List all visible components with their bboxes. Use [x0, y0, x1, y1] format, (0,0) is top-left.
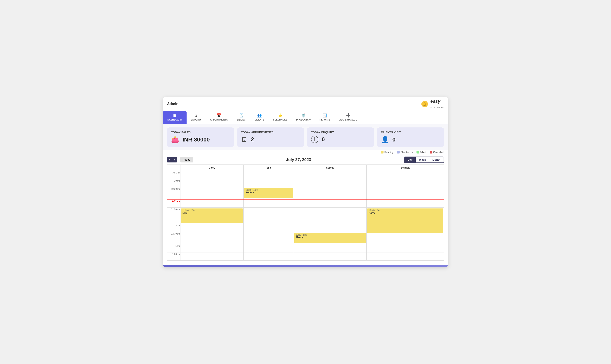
today-enquiry-content: i 0 — [311, 136, 370, 143]
column-header-ella: Ella — [243, 165, 294, 171]
cell-11-30am-sophia — [294, 208, 367, 224]
appointment-sophia-ella[interactable]: 10:30 - 11:30 Sophia — [244, 188, 293, 198]
cell-12pm-ella — [243, 224, 294, 232]
today-sales-content: 👛 INR 30000 — [171, 136, 230, 143]
today-sales-title: TODAY SALES — [171, 131, 230, 134]
cell-1-30pm-garry — [180, 252, 244, 260]
stats-row: TODAY SALES 👛 INR 30000 TODAY APPOINTMEN… — [163, 124, 448, 150]
cell-12-30pm-ella — [243, 232, 294, 244]
cell-10am-scarlett — [366, 179, 444, 187]
pending-label: Pending — [385, 151, 394, 154]
checked-in-dot — [397, 151, 399, 154]
cell-12pm-sophia — [294, 224, 367, 232]
today-appointments-title: TODAY APPOINTMENTS — [241, 131, 300, 134]
clients-visit-content: 👤 0 — [381, 136, 440, 143]
cell-1-30pm-ella — [243, 252, 294, 260]
view-day-button[interactable]: Day — [404, 157, 416, 162]
time-all-day: All-Day — [167, 171, 180, 179]
nav-item-dashboard[interactable]: ⊞ DASHBOARD — [163, 111, 186, 124]
pending-dot — [381, 151, 384, 154]
row-11am: ▶11am — [167, 199, 444, 208]
nav-item-billing[interactable]: 🧾 BILLING — [232, 111, 250, 124]
nav-item-enquiry[interactable]: ℹ ENQUIRY — [186, 111, 206, 124]
appointment-name: Sophia — [246, 191, 292, 194]
cell-1pm-scarlett — [366, 244, 444, 252]
products-icon: 🥤 — [301, 113, 306, 118]
cell-11am-ella — [243, 199, 294, 208]
legend-checked-in: Checked In — [397, 151, 413, 154]
cell-10-30am-sophia — [294, 187, 367, 199]
clients-visit-title: CLIENTS VISIT — [381, 131, 440, 134]
today-sales-value: INR 30000 — [183, 136, 210, 143]
cell-12pm-garry — [180, 224, 244, 232]
today-enquiry-title: TODAY ENQUIRY — [311, 131, 370, 134]
stat-card-today-sales: TODAY SALES 👛 INR 30000 — [167, 128, 234, 147]
cell-1-30pm-sophia — [294, 252, 367, 260]
top-bar-right: 🔔 easy SOFTWARE — [421, 99, 444, 109]
appointment-lilly-garry[interactable]: 11:30 - 12:30 Lilly — [181, 208, 243, 223]
calendar-controls: ‹ › Today July 27, 2023 Day Week Month — [163, 155, 448, 165]
time-12pm: 12pm — [167, 224, 180, 232]
row-11-30am: 11:30am 11:30 - 12:30 Lilly 12:30 - 1:30… — [167, 208, 444, 224]
top-bar: Admin 🔔 easy SOFTWARE — [163, 97, 448, 111]
prev-button[interactable]: ‹ — [167, 157, 172, 162]
row-1pm: 1pm — [167, 244, 444, 252]
cell-12-30pm-sophia[interactable]: 12:30 - 1:30 Henry — [294, 232, 367, 244]
enquiry-icon: ℹ — [195, 113, 197, 118]
app-container: Admin 🔔 easy SOFTWARE ⊞ DASHBOARD ℹ ENQU… — [163, 97, 448, 267]
calendar-header-row: Garry Ella Sophia Scarlett — [167, 165, 444, 171]
row-10-30am: 10:30am 10:30 - 11:30 Sophia — [167, 187, 444, 199]
cell-12pm-scarlett — [366, 224, 444, 232]
calendar-table: Garry Ella Sophia Scarlett All-Day 10a — [167, 165, 444, 260]
today-enquiry-value: 0 — [322, 136, 325, 143]
cell-10-30am-scarlett — [366, 187, 444, 199]
nav-item-add-manage[interactable]: ➕ ADD & MANAGE — [335, 111, 361, 124]
time-1pm: 1pm — [167, 244, 180, 252]
clients-visit-value: 0 — [392, 136, 396, 143]
nav-item-appointments[interactable]: 📅 APPOINTMENTS — [205, 111, 232, 124]
stat-card-today-enquiry: TODAY ENQUIRY i 0 — [307, 128, 374, 147]
stat-card-clients-visit: CLIENTS VISIT 👤 0 — [377, 128, 444, 147]
cell-10am-sophia — [294, 179, 367, 187]
app-logo: easy SOFTWARE — [430, 99, 444, 109]
view-month-button[interactable]: Month — [429, 157, 444, 162]
time-11-30am: 11:30am — [167, 208, 180, 224]
nav-item-feedbacks[interactable]: ⭐ FEEDBACKS — [269, 111, 292, 124]
cell-1pm-sophia — [294, 244, 367, 252]
appointment-name: Lilly — [183, 211, 241, 214]
time-1-30pm: 1:30pm — [167, 252, 180, 260]
time-11am: ▶11am — [167, 199, 180, 208]
row-12pm: 12pm — [167, 224, 444, 232]
cell-10am-ella — [243, 179, 294, 187]
nav-item-products[interactable]: 🥤 PRODUCTS ▾ — [292, 111, 315, 124]
person-icon: 👤 — [381, 136, 389, 143]
row-12-30pm: 12:30pm 12:30 - 1:30 Henry — [167, 232, 444, 244]
view-week-button[interactable]: Week — [416, 157, 429, 162]
cell-10-30am-ella[interactable]: 10:30 - 11:30 Sophia — [243, 187, 294, 199]
time-column-header — [167, 165, 180, 171]
stat-card-today-appointments: TODAY APPOINTMENTS 🗓 2 — [237, 128, 304, 147]
appointment-henry-sophia[interactable]: 12:30 - 1:30 Henry — [294, 233, 366, 243]
billed-dot — [416, 151, 419, 154]
notification-bell-icon[interactable]: 🔔 — [421, 101, 428, 107]
nav-item-clients[interactable]: 👥 CLIENTS — [250, 111, 269, 124]
appointment-time: 12:30 - 1:30 — [369, 209, 442, 211]
today-button[interactable]: Today — [180, 157, 193, 162]
cell-11-30am-scarlett[interactable]: 12:30 - 1:30 Harry — [366, 208, 444, 224]
bottom-gradient-bar — [163, 265, 448, 267]
cell-1pm-garry — [180, 244, 244, 252]
next-button[interactable]: › — [172, 157, 177, 162]
cell-all-day-ella — [243, 171, 294, 179]
legend-pending: Pending — [381, 151, 394, 154]
cell-10am-garry — [180, 179, 244, 187]
today-appointments-value: 2 — [251, 136, 254, 143]
billing-icon: 🧾 — [239, 113, 244, 118]
add-manage-icon: ➕ — [346, 113, 350, 118]
cell-1pm-ella — [243, 244, 294, 252]
legend-billed: Billed — [416, 151, 426, 154]
appointment-name: Henry — [296, 236, 364, 239]
nav-item-reports[interactable]: 📊 REPORTS — [315, 111, 335, 124]
legend-cancelled: Cancelled — [430, 151, 444, 154]
cell-11-30am-garry[interactable]: 11:30 - 12:30 Lilly — [180, 208, 244, 224]
column-header-garry: Garry — [180, 165, 244, 171]
